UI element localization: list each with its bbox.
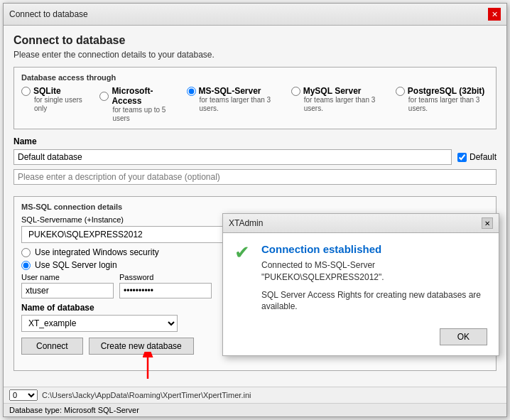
titlebar: Connect to database ✕ [4, 4, 506, 26]
db-name-select[interactable]: XT_example [21, 315, 178, 332]
name-row: Default [13, 149, 497, 165]
sql-auth-radio[interactable] [21, 261, 31, 270]
success-row: ✔ Connection established Connected to MS… [234, 243, 487, 318]
mssql-label: MS-SQL connection details [21, 203, 489, 211]
username-input[interactable] [21, 283, 114, 298]
connection-detail-2: SQL Server Access Rights for creating ne… [261, 289, 487, 313]
mssql-radio[interactable] [187, 87, 196, 96]
name-label: Name [13, 136, 497, 146]
status-bar: 0 C:\Users\Jacky\AppData\Roaming\XpertTi… [4, 387, 506, 403]
version-select[interactable]: 0 [9, 389, 38, 401]
mssql-option: MS-SQL-Server for teams larger than 3 us… [187, 86, 280, 113]
db-type-label: Database type: Microsoft SQL-Server [9, 406, 139, 414]
msaccess-option: Microsoft-Access for teams up to 5 users [99, 86, 175, 123]
default-checkbox[interactable] [457, 153, 467, 162]
name-section: Name Default [13, 136, 497, 192]
connection-success-dialog: XTAdmin ✕ ✔ Connection established Conne… [222, 213, 499, 356]
password-label: Password [119, 273, 212, 281]
default-option: Default [457, 152, 497, 162]
connection-detail-1: Connected to MS-SQL-Server "PUKEKO\SQLEX… [261, 259, 487, 284]
postgresql-option: PostgreSQL (32bit) for teams larger than… [396, 86, 489, 113]
sub-dialog-title: XTAdmin [229, 218, 263, 228]
sub-dialog-titlebar: XTAdmin ✕ [223, 214, 499, 233]
windows-auth-radio[interactable] [21, 248, 31, 257]
sub-close-button[interactable]: ✕ [482, 217, 493, 229]
check-icon: ✔ [234, 243, 254, 263]
postgresql-radio[interactable] [396, 87, 405, 96]
mysql-option: MySQL Server for teams larger than 3 use… [291, 86, 384, 113]
db-access-options: SQLite for single users only Microsoft-A… [21, 86, 489, 123]
config-path: C:\Users\Jacky\AppData\Roaming\XpertTime… [42, 391, 251, 399]
db-access-label: Database access through [21, 73, 489, 82]
db-type-bar: Database type: Microsoft SQL-Server [4, 403, 506, 416]
connect-button[interactable]: Connect [21, 338, 83, 355]
ok-button[interactable]: OK [440, 328, 487, 345]
create-database-button[interactable]: Create new database [89, 338, 194, 355]
success-content: Connection established Connected to MS-S… [261, 243, 487, 318]
password-input[interactable] [119, 283, 212, 298]
sub-dialog-body: ✔ Connection established Connected to MS… [223, 233, 499, 355]
msaccess-radio[interactable] [99, 92, 109, 101]
password-group: Password [119, 273, 212, 298]
dialog-title: Connect to database [9, 9, 88, 19]
connection-established-label: Connection established [261, 243, 487, 255]
page-title: Connect to database [13, 34, 497, 47]
ok-row: OK [234, 325, 487, 345]
description-input[interactable] [13, 169, 497, 185]
sqlite-option: SQLite for single users only [21, 86, 88, 113]
username-label: User name [21, 273, 114, 281]
db-access-group: Database access through SQLite for singl… [13, 67, 497, 129]
mysql-radio[interactable] [291, 87, 300, 96]
page-subtitle: Please enter the connection details to y… [13, 50, 497, 60]
sqlite-radio[interactable] [21, 87, 31, 96]
name-input[interactable] [13, 149, 452, 165]
main-dialog: Connect to database ✕ Connect to databas… [3, 3, 507, 417]
close-button[interactable]: ✕ [488, 8, 501, 21]
username-group: User name [21, 273, 114, 298]
